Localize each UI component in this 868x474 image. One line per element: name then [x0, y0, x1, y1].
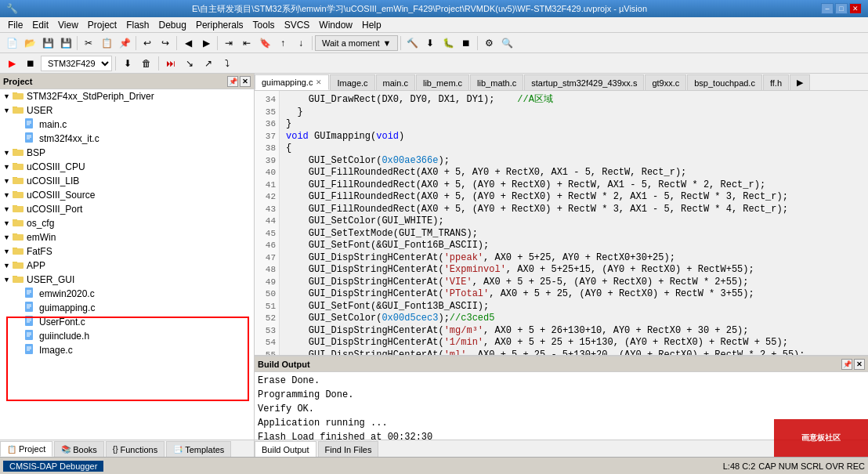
tree-item[interactable]: ▼USER_GUI: [0, 273, 254, 287]
tree-item[interactable]: main.c: [0, 118, 254, 132]
project-tab-functions[interactable]: {}Functions: [106, 441, 165, 457]
download-button[interactable]: ⬇: [421, 34, 439, 52]
indent-button[interactable]: ⇥: [220, 34, 237, 52]
build-button[interactable]: 🔨: [403, 34, 421, 52]
menu-item-project[interactable]: Project: [83, 18, 121, 32]
stop-button[interactable]: ⏹: [458, 34, 475, 52]
file-tab-7[interactable]: bsp_touchpad.c: [687, 74, 762, 90]
tree-item[interactable]: ▼uCOSIII_Source: [0, 188, 254, 202]
wait-button[interactable]: Wait a moment ▼: [315, 35, 398, 51]
menu-item-help[interactable]: Help: [357, 18, 386, 32]
stop-debug-button[interactable]: ⏹: [22, 55, 39, 72]
bookmark-button[interactable]: 🔖: [256, 34, 273, 52]
file-tab-5[interactable]: startup_stm32f429_439xx.s: [524, 74, 644, 90]
flash-erase-button[interactable]: 🗑: [138, 55, 155, 72]
nav-fwd-button[interactable]: ▶: [197, 34, 215, 52]
minimize-button[interactable]: –: [821, 3, 834, 14]
code-line: GUI_SetFont(&GUI_Font16B_ASCII);: [286, 240, 862, 252]
code-content[interactable]: GUI_DrawRect(DX0, DY0, DX1, DY1); //A区域 …: [280, 91, 868, 355]
tree-item[interactable]: ▼emWin: [0, 230, 254, 244]
file-tab-3[interactable]: lib_mem.c: [416, 74, 469, 90]
line-number: 55: [255, 349, 276, 356]
project-tree: ▼STM32F4xx_StdPeriph_Driver▼USER main.c …: [0, 89, 254, 440]
file-tab-label: Image.c: [337, 78, 367, 88]
tree-item[interactable]: ▼APP: [0, 259, 254, 273]
file-tab-close[interactable]: ✕: [316, 78, 322, 86]
tree-item[interactable]: stm32f4xx_it.c: [0, 132, 254, 146]
tree-arrow-icon: ▼: [3, 107, 13, 114]
menu-item-flash[interactable]: Flash: [121, 18, 154, 32]
cut-button[interactable]: ✂: [80, 34, 97, 52]
paste-button[interactable]: 📌: [116, 34, 133, 52]
tree-item[interactable]: ▼USER: [0, 103, 254, 118]
tree-arrow-icon: ▼: [3, 92, 13, 100]
menu-item-view[interactable]: View: [53, 18, 83, 32]
menu-item-peripherals[interactable]: Peripherals: [191, 18, 248, 32]
tree-item[interactable]: ▼uCOSIII_Port: [0, 202, 254, 216]
file-tab-2[interactable]: main.c: [376, 74, 415, 90]
output-tab-0[interactable]: Build Output: [255, 441, 316, 457]
next-bookmark-button[interactable]: ↓: [292, 34, 309, 52]
prev-bookmark-button[interactable]: ↑: [274, 34, 291, 52]
file-tabs: guimapping.c✕Image.cmain.clib_mem.clib_m…: [255, 74, 868, 91]
new-file-button[interactable]: 📄: [3, 34, 20, 52]
project-pin-button[interactable]: 📌: [227, 76, 238, 87]
project-tab-templates[interactable]: 📑Templates: [166, 441, 231, 457]
run-to-cursor-button[interactable]: ⤵: [219, 55, 236, 72]
file-tab-9[interactable]: ▶: [790, 74, 810, 90]
tree-item[interactable]: guimapping.c: [0, 301, 254, 315]
file-tab-1[interactable]: Image.c: [330, 74, 374, 90]
menu-item-edit[interactable]: Edit: [27, 18, 53, 32]
file-tab-6[interactable]: gt9xx.c: [645, 74, 686, 90]
menu-item-file[interactable]: File: [3, 18, 27, 32]
save-button[interactable]: 💾: [39, 34, 56, 52]
tree-item[interactable]: guiinclude.h: [0, 329, 254, 343]
tree-arrow-icon: ▼: [3, 177, 13, 185]
settings-button[interactable]: ⚙: [480, 34, 497, 52]
outdent-button[interactable]: ⇤: [238, 34, 255, 52]
tree-item[interactable]: ▼STM32F4xx_StdPeriph_Driver: [0, 89, 254, 103]
watermark: 画意板社区: [774, 419, 868, 457]
nav-back-button[interactable]: ◀: [179, 34, 197, 52]
output-close-button[interactable]: ✕: [854, 359, 865, 370]
flash-download-button[interactable]: ⬇: [119, 55, 136, 72]
tree-item[interactable]: emwin2020.c: [0, 287, 254, 301]
project-tab-books[interactable]: 📚Books: [54, 441, 104, 457]
menu-item-tools[interactable]: Tools: [248, 18, 280, 32]
save-all-button[interactable]: 💾: [57, 34, 74, 52]
copy-button[interactable]: 📋: [98, 34, 115, 52]
project-tab-project[interactable]: 📋Project: [0, 441, 52, 457]
target-dropdown[interactable]: STM32F429STM32F429: [41, 56, 112, 71]
tree-item-label: uCOSIII_Source: [27, 190, 95, 201]
wait-dropdown-icon[interactable]: ▼: [383, 38, 392, 48]
open-button[interactable]: 📂: [21, 34, 38, 52]
statusbar: CMSIS-DAP Debugger L:48 C:2 CAP NUM SCRL…: [0, 457, 868, 474]
menu-item-debug[interactable]: Debug: [154, 18, 191, 32]
menu-item-svcs[interactable]: SVCS: [280, 18, 315, 32]
run-debug-button[interactable]: ▶: [3, 55, 20, 72]
menu-item-window[interactable]: Window: [314, 18, 357, 32]
tree-item[interactable]: ▼os_cfg: [0, 216, 254, 230]
tree-item[interactable]: ▼uCOSIII_CPU: [0, 160, 254, 174]
tree-item[interactable]: ▼uCOSIII_LIB: [0, 174, 254, 188]
maximize-button[interactable]: □: [835, 3, 848, 14]
code-area[interactable]: 3435363738394041424344454647484950515253…: [255, 91, 868, 355]
file-tab-0[interactable]: guimapping.c✕: [255, 74, 329, 90]
file-tab-8[interactable]: ff.h: [763, 74, 789, 90]
step-over-button[interactable]: ⏭: [162, 55, 179, 72]
step-in-button[interactable]: ↘: [181, 55, 198, 72]
undo-button[interactable]: ↩: [139, 34, 156, 52]
redo-button[interactable]: ↪: [157, 34, 174, 52]
file-tab-4[interactable]: lib_math.c: [470, 74, 523, 90]
tree-item[interactable]: Image.c: [0, 343, 254, 357]
project-close-button[interactable]: ✕: [240, 76, 251, 87]
output-pin-button[interactable]: 📌: [841, 359, 852, 370]
output-tab-1[interactable]: Find In Files: [318, 441, 379, 457]
step-out-button[interactable]: ↗: [200, 55, 217, 72]
tree-item[interactable]: ▼FatFS: [0, 244, 254, 259]
close-button[interactable]: ✕: [849, 3, 862, 14]
search-button[interactable]: 🔍: [498, 34, 515, 52]
tree-item[interactable]: ▼BSP: [0, 146, 254, 160]
tree-item[interactable]: UserFont.c: [0, 315, 254, 329]
debug-button[interactable]: 🐛: [439, 34, 457, 52]
